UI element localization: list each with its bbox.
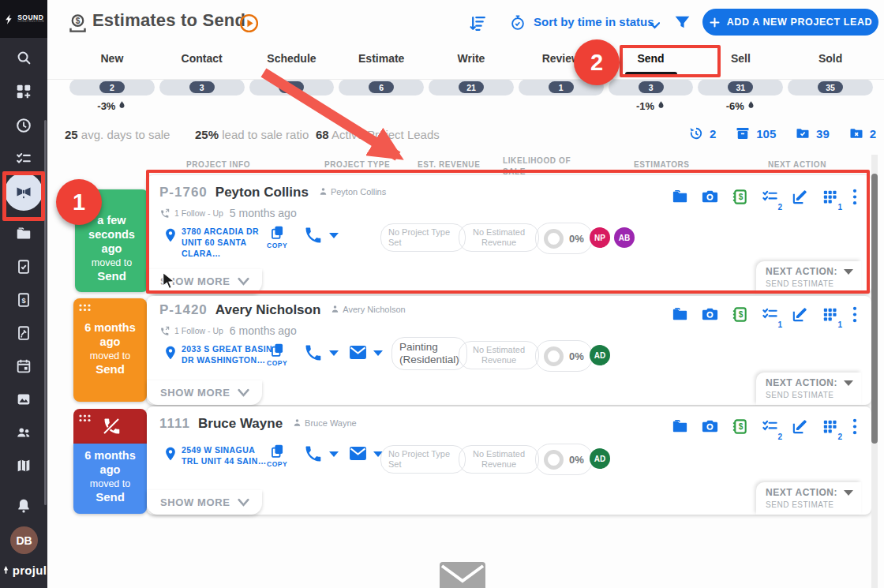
estimate-book-icon[interactable]: $	[731, 305, 749, 324]
stage-count-pill[interactable]	[249, 79, 335, 96]
sort-caret-icon[interactable]	[650, 22, 660, 29]
caret-down-icon	[844, 490, 853, 496]
stage-count-pill[interactable]: 3	[159, 79, 245, 96]
team-icon[interactable]	[15, 424, 32, 441]
stage-count-pill[interactable]: 6	[339, 79, 424, 96]
edit-icon[interactable]	[791, 188, 809, 206]
tab-review[interactable]: Review	[542, 46, 580, 73]
sales-pipeline-icon[interactable]	[5, 173, 43, 211]
revenue-pill: No Estimated Revenue	[459, 445, 539, 474]
dialpad-icon[interactable]: 2	[821, 418, 839, 436]
estimator-avatar: AB	[614, 227, 635, 248]
stage-count-pill[interactable]: 35	[788, 79, 873, 96]
phone-icon[interactable]	[303, 343, 322, 362]
tab-sell[interactable]: Sell	[731, 46, 751, 73]
sidebar-scrollbar[interactable]	[44, 120, 47, 505]
drag-handle-icon[interactable]	[77, 302, 93, 313]
tab-send[interactable]: Send	[637, 46, 664, 73]
camera-icon[interactable]	[701, 418, 719, 436]
files-icon[interactable]	[671, 305, 689, 324]
lead-address[interactable]: 3780 Arcadia Dr Unit 60 Santa Clara…	[182, 226, 273, 260]
scrollbar-thumb[interactable]	[871, 174, 878, 444]
camera-icon[interactable]	[701, 305, 719, 324]
map-icon[interactable]	[15, 457, 32, 474]
document-dollar-icon[interactable]: $	[15, 291, 32, 309]
company-logo: SOUND CONSTRUCTION	[0, 0, 47, 38]
show-more-button[interactable]: SHOW MORE	[147, 380, 262, 405]
search-icon[interactable]	[15, 49, 32, 66]
camera-icon[interactable]	[701, 188, 719, 206]
copy-address-button[interactable]: COPY	[267, 342, 287, 367]
kebab-menu-icon[interactable]	[851, 418, 859, 436]
card-action-icons: $ 2 1	[671, 188, 859, 206]
stage-count-pill[interactable]: 21	[429, 79, 514, 96]
email-icon[interactable]	[349, 345, 367, 360]
stage-count-pill[interactable]: 3	[609, 79, 694, 96]
add-project-lead-button[interactable]: ADD A NEW PROJECT LEAD	[702, 9, 878, 36]
document-check-icon[interactable]	[15, 258, 32, 275]
tasks-icon[interactable]	[15, 150, 32, 167]
kebab-menu-icon[interactable]	[851, 305, 859, 324]
email-caret-icon[interactable]	[373, 350, 383, 356]
copy-address-button[interactable]: COPY	[267, 224, 287, 249]
next-action-dropdown[interactable]: NEXT ACTION: SEND ESTIMATE	[756, 482, 861, 515]
phone-caret-icon[interactable]	[329, 451, 339, 457]
next-action-dropdown[interactable]: NEXT ACTION: SEND ESTIMATE	[756, 373, 861, 405]
tab-sold[interactable]: Sold	[818, 46, 842, 73]
lost-counter[interactable]: 2	[848, 125, 876, 141]
bell-icon[interactable]	[15, 497, 32, 515]
followup-phone-icon	[159, 208, 170, 219]
next-action-dropdown[interactable]: NEXT ACTION: SEND ESTIMATE	[756, 261, 861, 294]
stage-count-pill[interactable]: 2	[69, 79, 155, 96]
dashboard-icon[interactable]	[15, 83, 32, 100]
phone-caret-icon[interactable]	[329, 233, 339, 238]
estimate-book-icon[interactable]: $	[731, 418, 749, 436]
tab-schedule[interactable]: Schedule	[267, 46, 316, 73]
photos-icon[interactable]	[15, 391, 32, 408]
edit-icon[interactable]	[791, 305, 809, 324]
stage-count-pill[interactable]: 31	[698, 79, 783, 96]
archive-counter[interactable]: 105	[735, 125, 776, 141]
likelihood-donut: 0%	[535, 444, 593, 475]
tab-new[interactable]: New	[100, 46, 123, 73]
dialpad-icon[interactable]: 1	[821, 305, 839, 324]
estimate-book-icon[interactable]: $	[731, 188, 749, 206]
calendar-icon[interactable]	[15, 358, 32, 375]
tab-estimate[interactable]: Estimate	[358, 46, 404, 73]
files-icon[interactable]	[671, 418, 689, 436]
won-counter[interactable]: 39	[795, 125, 830, 141]
tasks-list-icon[interactable]: 2	[761, 188, 779, 206]
lead-title-row: P-1420 Avery Nicholson Avery Nicholson	[159, 302, 406, 318]
sort-by-status-button[interactable]: Sort by time in status	[534, 15, 654, 28]
clock-icon[interactable]	[15, 117, 32, 134]
history-counter[interactable]: 2	[688, 125, 716, 141]
lead-address[interactable]: 2549 W Sinagua Trl Unit 44 Sain…	[182, 444, 273, 466]
column-next-action: NEXT ACTION	[768, 160, 826, 169]
show-more-button[interactable]: SHOW MORE	[147, 490, 262, 515]
show-more-button[interactable]: SHOW MORE	[147, 269, 262, 294]
lead-id: P-1420	[159, 302, 208, 318]
kebab-menu-icon[interactable]	[851, 188, 859, 206]
phone-icon[interactable]	[303, 226, 322, 245]
stage-count-pill[interactable]: 1	[519, 79, 604, 96]
phone-icon[interactable]	[303, 444, 322, 463]
edit-icon[interactable]	[791, 418, 809, 436]
filter-icon[interactable]	[672, 13, 692, 32]
copy-address-button[interactable]: COPY	[267, 443, 287, 468]
play-tutorial-icon[interactable]	[239, 13, 259, 33]
lead-address[interactable]: 2033 S Great Basin Dr Washington…	[182, 343, 273, 365]
drag-handle-icon[interactable]	[77, 413, 93, 424]
tasks-list-icon[interactable]: 1	[761, 305, 779, 324]
phone-caret-icon[interactable]	[329, 350, 339, 356]
tasks-list-icon[interactable]: 2	[761, 418, 779, 436]
dialpad-icon[interactable]: 1	[821, 188, 839, 206]
user-avatar[interactable]: DB	[10, 526, 38, 554]
email-icon[interactable]	[349, 446, 367, 461]
work-orders-icon[interactable]	[15, 324, 32, 342]
project-type-pill: Painting (Residential)	[391, 337, 467, 370]
tab-contact[interactable]: Contact	[182, 46, 223, 73]
tab-write[interactable]: Write	[458, 46, 485, 73]
sort-direction-icon[interactable]	[469, 13, 489, 33]
folders-icon[interactable]	[15, 225, 32, 242]
files-icon[interactable]	[671, 188, 689, 206]
